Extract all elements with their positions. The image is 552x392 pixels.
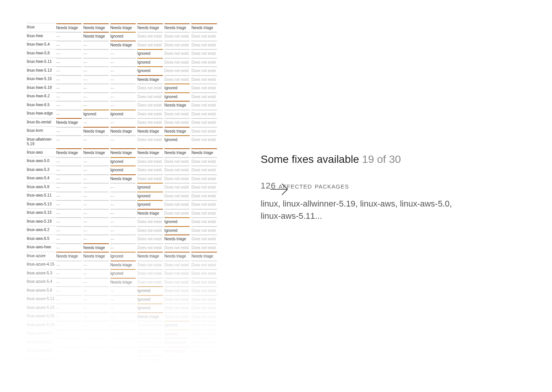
- status-cell: —: [83, 200, 110, 209]
- status-dne: Does not exist: [137, 243, 163, 252]
- package-name[interactable]: linux-azure-4.15: [27, 261, 56, 269]
- package-name[interactable]: linux-aws-5.13: [27, 200, 56, 209]
- package-name[interactable]: linux-azure-5.8: [27, 286, 56, 295]
- package-name[interactable]: linux-aws-5.3: [27, 166, 56, 174]
- package-name[interactable]: linux-aws-6.5: [27, 235, 56, 243]
- status-cell: —: [83, 355, 110, 368]
- status-dne: Does not exist: [191, 166, 217, 174]
- status-cell: Needs triage: [137, 23, 164, 32]
- status-dne: Does not exist: [191, 243, 217, 252]
- status-dash: —: [110, 200, 136, 209]
- status-dash: —: [110, 226, 136, 235]
- status-cell: Does not exist: [191, 32, 219, 41]
- package-name[interactable]: linux-azure-5.3: [27, 269, 56, 278]
- package-name[interactable]: linux-hwe-5.8: [27, 49, 56, 58]
- package-name[interactable]: linux-azure-fde-5.15: [27, 355, 56, 368]
- package-name[interactable]: linux-hwe-5.13: [27, 66, 56, 75]
- status-dash: —: [56, 243, 82, 252]
- package-name[interactable]: linux-hwe-5.15: [27, 75, 56, 84]
- package-name[interactable]: linux-hwe: [27, 32, 56, 41]
- status-cell: —: [56, 192, 84, 200]
- status-cell: —: [56, 226, 84, 235]
- table-row: linux-azure-5.15———Needs triageDoes not …: [27, 312, 219, 321]
- status-cell: —: [56, 269, 84, 278]
- package-name[interactable]: linux-hwe-edge: [27, 110, 56, 118]
- status-cell: Needs triage: [110, 41, 138, 49]
- package-name[interactable]: linux-aws-5.11: [27, 192, 56, 200]
- table-row: linux-aws-5.19———Does not existIgnoredDo…: [27, 217, 219, 226]
- status-triage: Needs triage: [137, 355, 163, 364]
- arrow-right-icon: [268, 180, 291, 200]
- package-name[interactable]: linux-azure-5.15: [27, 312, 56, 321]
- status-dne: Does not exist: [164, 66, 190, 75]
- package-name[interactable]: linux-azure: [27, 252, 56, 261]
- status-cell: —: [110, 66, 138, 75]
- status-dash: —: [110, 303, 136, 312]
- status-dne: Does not exist: [137, 217, 163, 226]
- table-row: linux-azure-6.2———Does not existIgnoredD…: [27, 330, 219, 338]
- status-cell: Does not exist: [191, 157, 219, 166]
- status-cell: Does not exist: [191, 200, 219, 209]
- package-name[interactable]: linux-lts-xenial: [27, 118, 56, 127]
- package-name[interactable]: linux-azure-6.2: [27, 330, 56, 338]
- status-cell: —: [83, 235, 110, 243]
- status-cell: —: [110, 330, 138, 338]
- status-cell: —: [110, 321, 138, 330]
- status-cell: —: [56, 174, 84, 183]
- status-cell: —: [83, 183, 110, 192]
- status-ignored: Ignored: [164, 330, 190, 338]
- table-row: linux-lts-xenialNeeds triage——Does not e…: [27, 118, 219, 127]
- table-row: linux-hwe-5.11———IgnoredDoes not existDo…: [27, 58, 219, 67]
- package-name[interactable]: linux-azure-6.5: [27, 338, 56, 347]
- package-name[interactable]: linux-allwinner-5.19: [27, 135, 56, 148]
- package-name[interactable]: linux-azure-5.19: [27, 321, 56, 330]
- package-name[interactable]: linux-aws-5.4: [27, 174, 56, 183]
- status-triage: Needs triage: [164, 101, 190, 110]
- package-name[interactable]: linux-hwe-6.2: [27, 92, 56, 101]
- status-cell: Needs triage: [110, 148, 138, 157]
- package-name[interactable]: linux-aws-5.8: [27, 183, 56, 192]
- status-triage: Needs triage: [110, 127, 136, 136]
- package-name[interactable]: linux-aws-5.19: [27, 217, 56, 226]
- status-cell: —: [83, 101, 110, 110]
- status-ignored: Ignored: [110, 269, 136, 278]
- package-name[interactable]: linux-hwe-6.5: [27, 101, 56, 110]
- status-cell: Ignored: [83, 110, 110, 118]
- package-name[interactable]: linux-hwe-5.19: [27, 84, 56, 92]
- status-dash: —: [83, 174, 109, 183]
- package-name[interactable]: linux-hwe-5.11: [27, 58, 56, 67]
- package-name[interactable]: linux-kvm: [27, 127, 56, 136]
- status-cell: Ignored: [164, 330, 192, 338]
- status-cell: Ignored: [110, 269, 138, 278]
- status-cell: Does not exist: [137, 157, 164, 166]
- status-dne: Does not exist: [137, 84, 163, 92]
- status-cell: —: [110, 286, 138, 295]
- status-dash: —: [56, 49, 82, 58]
- status-cell: Needs triage: [164, 148, 192, 157]
- status-cell: Needs triage: [56, 23, 84, 32]
- status-cell: Does not exist: [137, 243, 164, 252]
- status-cell: —: [110, 243, 138, 252]
- status-cell: Needs triage: [110, 261, 138, 269]
- status-dne: Does not exist: [164, 312, 190, 321]
- status-dne: Does not exist: [191, 200, 217, 209]
- package-name[interactable]: linux-azure-5.11: [27, 295, 56, 304]
- status-dash: —: [83, 92, 109, 101]
- package-name[interactable]: linux-azure-5.4: [27, 278, 56, 287]
- package-name[interactable]: linux-aws: [27, 148, 56, 157]
- status-cell: Does not exist: [191, 243, 219, 252]
- status-dne: Does not exist: [137, 118, 163, 127]
- package-name[interactable]: linux-aws-hwe: [27, 243, 56, 252]
- status-dash: —: [83, 66, 109, 75]
- status-cell: Does not exist: [191, 312, 219, 321]
- package-name[interactable]: linux-azure-5.13: [27, 303, 56, 312]
- package-name[interactable]: linux-aws-5.15: [27, 209, 56, 218]
- package-name[interactable]: linux-hwe-5.4: [27, 41, 56, 49]
- status-cell: Does not exist: [164, 166, 192, 174]
- package-name[interactable]: linux-azure-fde: [27, 347, 56, 356]
- package-name[interactable]: linux-aws-5.0: [27, 157, 56, 166]
- package-name[interactable]: linux-aws-6.2: [27, 226, 56, 235]
- status-dash: —: [56, 127, 82, 136]
- status-cell: —: [83, 269, 110, 278]
- package-name[interactable]: linux: [27, 23, 56, 32]
